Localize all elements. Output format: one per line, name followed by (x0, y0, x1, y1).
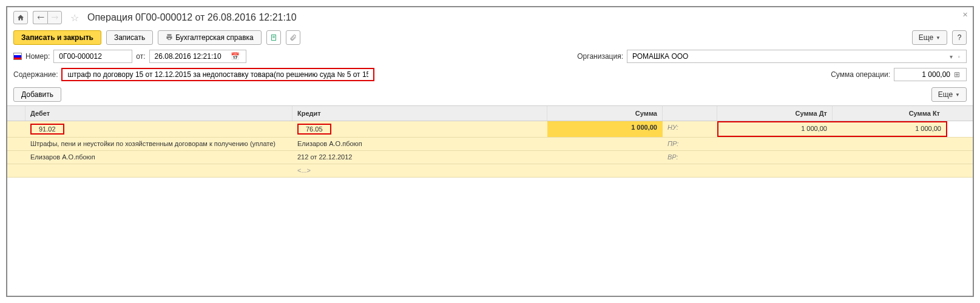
calendar-icon[interactable]: 📅 (228, 52, 242, 61)
chevron-down-icon: ▼ (955, 92, 960, 98)
date-input[interactable] (154, 52, 228, 61)
nu-amounts-highlighted: 1 000,00 1 000,00 (717, 121, 947, 137)
col-marker (7, 106, 25, 121)
sum-label: Сумма операции: (831, 70, 890, 79)
home-button[interactable] (13, 11, 28, 24)
more-button[interactable]: Еще ▼ (912, 30, 947, 45)
kredit-subconto3[interactable]: <...> (292, 164, 547, 177)
table-row[interactable]: Штрафы, пени и неустойки по хозяйственны… (7, 138, 973, 151)
content-input[interactable] (66, 70, 370, 79)
summa-cell[interactable]: 1 000,00 (547, 121, 663, 137)
content-label: Содержание: (13, 70, 58, 79)
kredit-subconto1[interactable]: Елизаров А.О.пбоюп (292, 138, 547, 150)
table-row[interactable]: ↖ 91.02 76.05 1 000,00 НУ: 1 000,00 1 00… (7, 121, 973, 138)
close-icon[interactable]: ✕ (962, 11, 968, 19)
titlebar: 🡐 🡒 ☆ Операция 0Г00-000012 от 26.08.2016… (7, 7, 973, 28)
grid-body: ↖ 91.02 76.05 1 000,00 НУ: 1 000,00 1 00… (7, 121, 973, 178)
table-more-button[interactable]: Еще ▼ (931, 87, 967, 102)
debet-account-cell[interactable]: 91.02 (25, 121, 292, 137)
favorite-icon[interactable]: ☆ (70, 12, 79, 24)
col-sumkt-header[interactable]: Сумма Кт (833, 106, 945, 121)
save-button[interactable]: Записать (106, 30, 153, 45)
operation-sum-field[interactable]: ⊞ (894, 68, 967, 81)
add-button[interactable]: Добавить (13, 87, 61, 102)
table-toolbar: Добавить Еще ▼ (7, 84, 973, 105)
number-input[interactable] (58, 52, 128, 61)
col-debet-header[interactable]: Дебет (25, 106, 292, 121)
from-label: от: (136, 52, 145, 61)
forward-button[interactable]: 🡒 (47, 11, 62, 24)
org-input[interactable] (631, 52, 947, 61)
dropdown-icon[interactable]: ▾ (947, 53, 955, 60)
debet-subconto2[interactable]: Елизаров А.О.пбоюп (25, 151, 292, 164)
main-toolbar: Записать и закрыть Записать Бухгалтерска… (7, 28, 973, 47)
chevron-down-icon: ▼ (936, 35, 941, 41)
kredit-account-cell[interactable]: 76.05 (292, 121, 547, 137)
doc-icon-button[interactable] (266, 30, 281, 45)
col-sumdt-header[interactable]: Сумма Дт (717, 106, 833, 121)
date-field[interactable]: 📅 (149, 50, 246, 63)
kredit-subconto2[interactable]: 212 от 22.12.2012 (292, 151, 547, 164)
col-nu-header (663, 106, 717, 121)
table-row[interactable]: <...> (7, 164, 973, 178)
help-button[interactable]: ? (952, 30, 967, 45)
page-title: Операция 0Г00-000012 от 26.08.2016 12:21… (87, 12, 297, 23)
printer-icon (166, 33, 173, 42)
form-row-content: Содержание: Сумма операции: ⊞ (7, 65, 973, 84)
col-kredit-header[interactable]: Кредит (292, 106, 547, 121)
table-row[interactable]: Елизаров А.О.пбоюп 212 от 22.12.2012 ВР: (7, 151, 973, 164)
content-field[interactable] (61, 68, 374, 81)
open-icon[interactable]: ▫ (955, 53, 962, 60)
accounting-ref-label: Бухгалтерская справка (175, 33, 254, 42)
calc-icon[interactable]: ⊞ (951, 70, 962, 79)
flag-icon (13, 53, 22, 60)
operation-sum-input[interactable] (898, 70, 951, 79)
back-button[interactable]: 🡐 (33, 11, 47, 24)
attach-icon-button[interactable] (286, 30, 300, 45)
entries-grid: Дебет Кредит Сумма Сумма Дт Сумма Кт ↖ 9… (7, 105, 973, 178)
col-summa-header[interactable]: Сумма (547, 106, 663, 121)
nu-label: НУ: (663, 121, 717, 137)
org-field[interactable]: ▾ ▫ (627, 50, 967, 63)
grid-header: Дебет Кредит Сумма Сумма Дт Сумма Кт (7, 106, 973, 121)
sumdt-cell[interactable]: 1 000,00 (718, 122, 833, 136)
accounting-ref-button[interactable]: Бухгалтерская справка (158, 30, 262, 45)
pr-label: ПР: (663, 138, 717, 150)
number-label: Номер: (25, 52, 50, 61)
form-row-number: Номер: от: 📅 Организация: ▾ ▫ (7, 47, 973, 65)
org-label: Организация: (577, 52, 623, 61)
document-window: ✕ 🡐 🡒 ☆ Операция 0Г00-000012 от 26.08.20… (6, 6, 974, 297)
number-field[interactable] (53, 50, 132, 63)
vr-label: ВР: (663, 151, 717, 164)
sumkt-cell[interactable]: 1 000,00 (833, 122, 946, 136)
save-close-button[interactable]: Записать и закрыть (13, 30, 101, 45)
debet-subconto1[interactable]: Штрафы, пени и неустойки по хозяйственны… (25, 138, 292, 150)
